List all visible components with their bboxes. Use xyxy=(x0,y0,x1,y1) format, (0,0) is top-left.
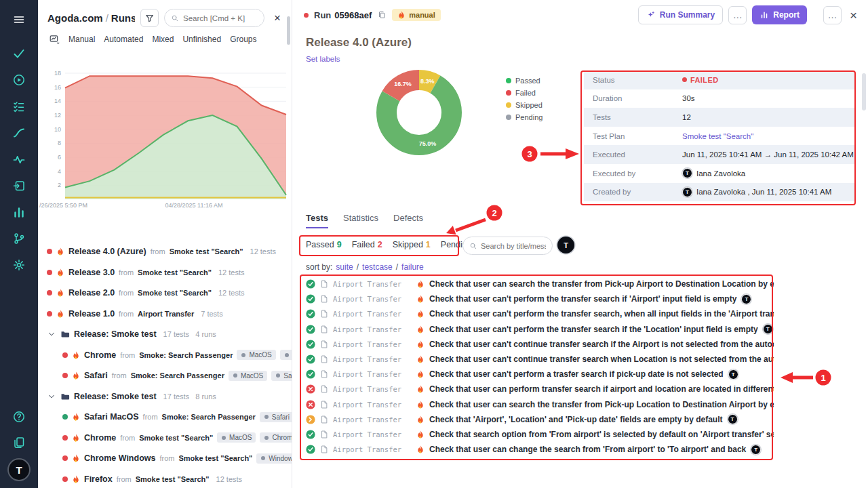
legend-dot xyxy=(506,102,511,108)
info-value: 12 xyxy=(682,113,691,121)
nav-settings-button[interactable] xyxy=(7,253,31,277)
test-row[interactable]: Airport TransferCheck that user can't pe… xyxy=(306,306,774,321)
run-row[interactable]: ChromefromSmoke: Search PassengerMacOSCh… xyxy=(38,345,292,366)
run-summary-button[interactable]: Run Summary xyxy=(638,5,723,24)
test-row[interactable]: Airport TransferCheck that user can't co… xyxy=(306,352,774,367)
run-name: Safari xyxy=(84,371,108,380)
panel-close-button[interactable]: × xyxy=(270,12,285,24)
run-from-label: from xyxy=(120,434,135,442)
sort-failure-link[interactable]: failure xyxy=(401,262,424,272)
test-suite: Airport Transfer xyxy=(333,370,412,378)
user-avatar: T xyxy=(682,168,692,178)
more-options-button[interactable]: … xyxy=(823,6,842,24)
runs-tab-automated[interactable]: Automated xyxy=(104,35,143,44)
nav-help-button[interactable] xyxy=(7,405,31,428)
set-labels-link[interactable]: Set labels xyxy=(306,55,340,63)
runs-tab-unfinished[interactable]: Unfinished xyxy=(182,35,221,44)
test-row[interactable]: Airport TransferCheck that user can't pe… xyxy=(306,291,774,306)
test-suite: Airport Transfer xyxy=(333,280,412,288)
run-id: 05968aef xyxy=(334,10,372,20)
svg-text:12: 12 xyxy=(54,112,61,119)
test-search-input[interactable] xyxy=(481,242,546,250)
filter-failed[interactable]: Failed2 xyxy=(352,240,382,249)
user-avatar: T xyxy=(751,445,761,455)
run-row[interactable]: Release 3.0fromSmoke test "Search"12 tes… xyxy=(38,262,292,283)
panel-scrollbar[interactable] xyxy=(287,16,290,45)
run-row[interactable]: Release 4.0 (Azure)fromSmoke test "Searc… xyxy=(38,241,292,262)
svg-text:75.0%: 75.0% xyxy=(419,140,437,147)
failed-dot xyxy=(682,77,687,82)
test-row[interactable]: Airport TransferCheck that user can't pe… xyxy=(306,322,774,337)
run-row[interactable]: FirefoxfromSmoke test "Search"12 tests xyxy=(38,469,292,488)
breadcrumb-separator: / xyxy=(106,12,108,24)
nav-inbox-button[interactable] xyxy=(7,174,31,197)
test-row[interactable]: Airport TransferCheck that user can't pe… xyxy=(306,367,774,382)
flame-icon xyxy=(416,310,425,318)
env-icon xyxy=(260,455,266,461)
play-icon xyxy=(12,73,26,87)
flame-icon xyxy=(416,295,425,303)
nav-menu-button[interactable] xyxy=(7,8,31,31)
run-row[interactable]: Chrome WindowsfromSmoke test "Search"Win… xyxy=(38,448,292,469)
flame-icon xyxy=(72,454,80,462)
nav-check-button[interactable] xyxy=(7,42,31,65)
runs-tab-manual[interactable]: Manual xyxy=(68,35,95,44)
test-row[interactable]: Airport TransferCheck that user can perf… xyxy=(306,382,774,396)
test-row[interactable]: Airport TransferCheck that search option… xyxy=(306,427,774,442)
env-icon xyxy=(264,414,269,420)
tab-statistics[interactable]: Statistics xyxy=(343,213,378,228)
close-run-button[interactable]: × xyxy=(850,9,857,22)
main-scrollbar[interactable] xyxy=(862,73,866,110)
nav-docs-button[interactable] xyxy=(7,431,31,454)
test-row[interactable]: Airport TransferCheck that 'Airport', 'L… xyxy=(306,412,774,427)
runs-search[interactable] xyxy=(164,9,264,27)
passed-icon xyxy=(306,354,315,364)
filter-passed[interactable]: Passed9 xyxy=(306,240,342,249)
svg-text:14: 14 xyxy=(54,98,61,104)
run-row[interactable]: Release 1.0fromAirport Transfer7 tests xyxy=(38,304,292,325)
test-plan-link[interactable]: Smoke test "Search" xyxy=(682,132,753,140)
assignee-filter-button[interactable]: T xyxy=(557,237,574,253)
runs-search-input[interactable] xyxy=(183,14,258,22)
test-row[interactable]: Airport TransferCheck that user can chan… xyxy=(306,442,774,457)
chart-toggle-icon[interactable] xyxy=(49,34,60,45)
test-row[interactable]: Airport TransferCheck that user can sear… xyxy=(306,277,774,291)
runs-tab-mixed[interactable]: Mixed xyxy=(152,35,174,44)
run-row[interactable]: SafarifromSmoke: Search PassengerMacOSSa… xyxy=(38,365,292,386)
more-actions-button[interactable]: … xyxy=(728,6,747,24)
tab-tests[interactable]: Tests xyxy=(306,213,328,228)
sort-testcase-link[interactable]: testcase xyxy=(362,262,393,272)
run-row[interactable]: Release 2.0fromSmoke test "Search"12 tes… xyxy=(38,283,292,304)
nav-activity-button[interactable] xyxy=(7,148,31,171)
run-group-row[interactable]: Release: Smoke test17 tests 8 runs xyxy=(38,386,292,407)
filter-button[interactable] xyxy=(140,9,159,27)
nav-git-branch-button[interactable] xyxy=(7,227,31,250)
funnel-icon xyxy=(144,13,155,24)
run-row[interactable]: Safari MacOSfromSmoke: Search PassengerS… xyxy=(38,407,292,428)
copy-run-id-button[interactable] xyxy=(377,10,387,20)
app-logo[interactable]: T xyxy=(9,460,29,480)
nav-checklist-button[interactable] xyxy=(7,95,31,118)
test-row[interactable]: Airport TransferCheck that user can sear… xyxy=(306,397,774,412)
sort-suite-link[interactable]: suite xyxy=(336,262,353,272)
inbox-icon xyxy=(12,179,26,192)
nav-trend-button[interactable] xyxy=(7,121,31,144)
report-button[interactable]: Report xyxy=(752,5,807,24)
run-group-row[interactable]: Release: Smoke test17 tests 4 runs xyxy=(38,324,292,345)
sort-row: sort by: suite/testcase/failure xyxy=(306,262,424,272)
nav-play-button[interactable] xyxy=(7,68,31,92)
filter-skipped[interactable]: Skipped1 xyxy=(393,240,431,249)
svg-text:4: 4 xyxy=(58,168,61,175)
flame-icon xyxy=(416,430,425,439)
test-row[interactable]: Airport TransferCheck that user can't co… xyxy=(306,337,774,352)
test-search[interactable] xyxy=(462,237,553,255)
runs-tab-groups[interactable]: Groups xyxy=(230,35,256,44)
nav-bar-chart-button[interactable] xyxy=(7,201,31,224)
tab-defects[interactable]: Defects xyxy=(393,213,423,228)
breadcrumb-project[interactable]: Agoda.com xyxy=(47,12,103,24)
env-badge: Windows xyxy=(256,453,292,464)
run-row[interactable]: ChromefromSmoke test "Search"MacOSChrome xyxy=(38,428,292,449)
run-name: Chrome xyxy=(84,350,116,360)
info-label: Executed by xyxy=(593,169,682,178)
passed-icon xyxy=(306,294,315,304)
